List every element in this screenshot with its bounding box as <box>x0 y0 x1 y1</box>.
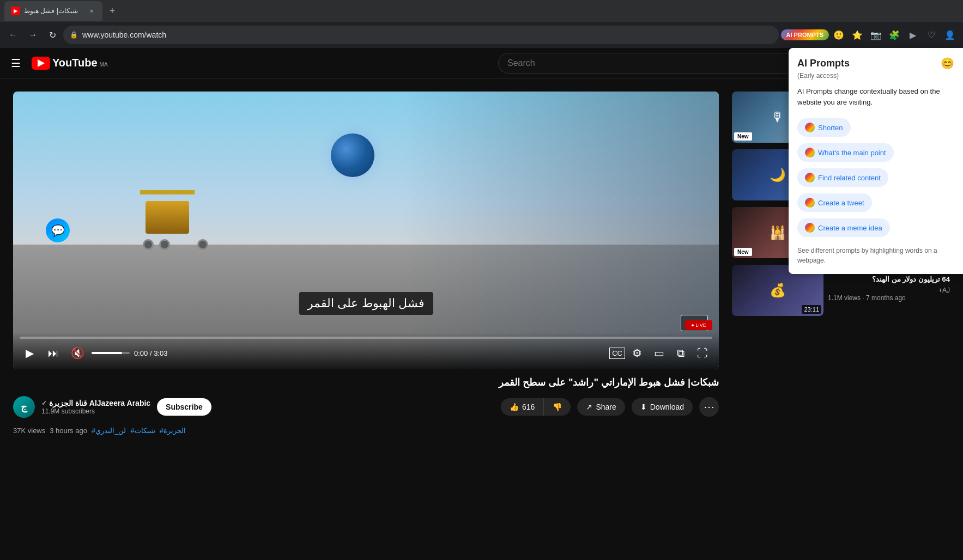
verified-badge: ✓ <box>41 399 47 407</box>
address-bar[interactable]: 🔒 www.youtube.com/watch <box>63 26 779 44</box>
video-thumbnail: 💬 فشل الهبوط على القمر الجزيرة ● LIVE <box>13 92 719 369</box>
video-player[interactable]: 💬 فشل الهبوط على القمر الجزيرة ● LIVE <box>13 92 719 369</box>
rec-new-badge: New <box>734 132 752 141</box>
download-label: Download <box>650 403 684 411</box>
profile-button[interactable]: 👤 <box>941 26 959 44</box>
video-actions-row: ج AlJazeera Arabic قناة الجزيرة ✓ 11.9M … <box>13 396 719 418</box>
shorten-label: Shorten <box>818 124 843 132</box>
next-button[interactable]: ⏭ <box>44 343 63 363</box>
ai-icon <box>805 198 815 208</box>
more-options-button[interactable]: ⋯ <box>699 397 719 417</box>
play-button[interactable]: ▶ <box>20 343 39 363</box>
menu-button[interactable]: ☰ <box>9 54 23 72</box>
related-content-label: Find related content <box>818 174 881 182</box>
browser-chrome: ▶ شبكات| فشل هبوط ✕ + ← → ↻ 🔒 www.youtub… <box>0 0 963 48</box>
main-point-button[interactable]: What's the main point <box>797 143 894 162</box>
video-title: شبكات| فشل هبوط الإماراتي "راشد" على سطح… <box>13 376 719 389</box>
volume-slider[interactable] <box>92 352 130 354</box>
favorites-button[interactable]: ♡ <box>923 26 940 44</box>
tab-bar: ▶ شبكات| فشل هبوط ✕ + <box>0 0 963 22</box>
tab-close-button[interactable]: ✕ <box>87 7 96 15</box>
ai-icon <box>805 173 815 182</box>
lock-icon: 🔒 <box>70 31 78 39</box>
create-meme-label: Create a meme idea <box>818 224 882 232</box>
channel-avatar[interactable]: ج <box>13 396 35 418</box>
view-count: 37K views <box>13 427 45 435</box>
dislike-icon: 👎 <box>553 403 562 411</box>
video-section: 💬 فشل الهبوط على القمر الجزيرة ● LIVE <box>13 92 719 547</box>
ai-prompts-toolbar-button[interactable]: AI PROMPTS <box>781 29 829 40</box>
create-tweet-button[interactable]: Create a tweet <box>797 193 872 212</box>
new-tab-button[interactable]: + <box>105 3 120 19</box>
url-text: www.youtube.com/watch <box>82 31 166 39</box>
emoji-button[interactable]: 🙂 <box>830 26 847 44</box>
ai-panel-subtitle: (Early access) <box>797 72 954 80</box>
active-tab[interactable]: ▶ شبكات| فشل هبوط ✕ <box>4 1 102 21</box>
hashtag-2[interactable]: #شبكات <box>130 427 155 435</box>
upload-time: 3 hours ago <box>50 427 87 435</box>
hashtag-3[interactable]: #الجزيرة <box>160 427 186 435</box>
shorten-button[interactable]: Shorten <box>797 118 851 137</box>
back-button[interactable]: ← <box>4 26 22 44</box>
channel-avatar-image: ج <box>13 396 35 418</box>
ai-panel-emoji: 😊 <box>941 57 954 70</box>
video-meta: 37K views 3 hours ago #لن_البدري #شبكات … <box>13 427 719 435</box>
theater-button[interactable]: ▭ <box>649 343 669 363</box>
tab-favicon: ▶ <box>11 7 20 15</box>
cc-button[interactable]: CC <box>609 348 625 359</box>
earth-graphic <box>331 133 374 177</box>
video-subtitle: فشل الهبوط على القمر <box>299 292 433 315</box>
ai-prompts-panel: AI Prompts 😊 (Early access) AI Prompts c… <box>789 48 963 274</box>
refresh-button[interactable]: ↻ <box>44 26 61 44</box>
related-content-button[interactable]: Find related content <box>797 168 888 187</box>
like-count: 616 <box>522 403 535 411</box>
dislike-button[interactable]: 👎 <box>544 398 571 416</box>
bookmark-button[interactable]: ⭐ <box>849 26 866 44</box>
main-point-label: What's the main point <box>818 149 886 157</box>
progress-bar[interactable] <box>20 337 712 339</box>
share-label: Share <box>596 403 616 411</box>
rec-meta: 1.1M views · 7 months ago <box>828 294 950 302</box>
ai-icon <box>805 148 815 157</box>
like-dislike-group: 👍 616 👎 <box>501 398 571 416</box>
search-input[interactable] <box>498 53 812 74</box>
rec-new-badge: New <box>734 248 752 256</box>
rec-duration: 23:11 <box>802 305 821 314</box>
play-button[interactable]: ▶ <box>904 26 922 44</box>
volume-fill <box>92 352 122 354</box>
youtube-country-code: MA <box>100 62 108 68</box>
screenshot-button[interactable]: 📷 <box>867 26 885 44</box>
fullscreen-button[interactable]: ⛶ <box>693 343 712 363</box>
subscriber-count: 11.9M subscribers <box>41 407 150 415</box>
ai-panel-header: AI Prompts 😊 <box>797 57 954 70</box>
video-anchor-person <box>401 92 719 369</box>
right-controls: CC ⚙ ▭ ⧉ ⛶ <box>609 343 712 363</box>
tab-title: شبكات| فشل هبوط <box>24 7 78 15</box>
like-button[interactable]: 👍 616 <box>501 398 544 416</box>
ai-icon <box>805 123 815 132</box>
video-controls: ▶ ⏭ 🔇 0:00 / 3:03 CC ⚙ ▭ <box>13 332 719 369</box>
share-icon: ↗ <box>586 403 592 411</box>
download-button[interactable]: ⬇ Download <box>632 398 693 416</box>
rover-graphic <box>140 185 211 250</box>
ai-panel-hint: See different prompts by highlighting wo… <box>797 246 954 265</box>
youtube-logo-icon <box>32 57 50 70</box>
messenger-icon[interactable]: 💬 <box>46 218 70 242</box>
create-tweet-label: Create a tweet <box>818 199 864 207</box>
ai-panel-description: AI Prompts change contextually based on … <box>797 86 954 107</box>
hashtag-1[interactable]: #لن_البدري <box>92 427 126 435</box>
mute-button[interactable]: 🔇 <box>68 343 87 363</box>
extension-button[interactable]: 🧩 <box>886 26 903 44</box>
create-meme-button[interactable]: Create a meme idea <box>797 218 890 237</box>
miniplayer-button[interactable]: ⧉ <box>671 343 691 363</box>
settings-button[interactable]: ⚙ <box>627 343 647 363</box>
share-button[interactable]: ↗ Share <box>577 398 625 416</box>
current-time: 0:00 / 3:03 <box>134 349 167 357</box>
youtube-logo[interactable]: YouTube MA <box>32 57 108 70</box>
forward-button[interactable]: → <box>24 26 41 44</box>
rec-channel: AJ+ <box>828 287 950 294</box>
like-icon: 👍 <box>510 403 519 411</box>
ai-panel-title: AI Prompts <box>797 58 850 69</box>
subscribe-button[interactable]: Subscribe <box>157 398 211 416</box>
download-icon: ⬇ <box>640 403 647 411</box>
